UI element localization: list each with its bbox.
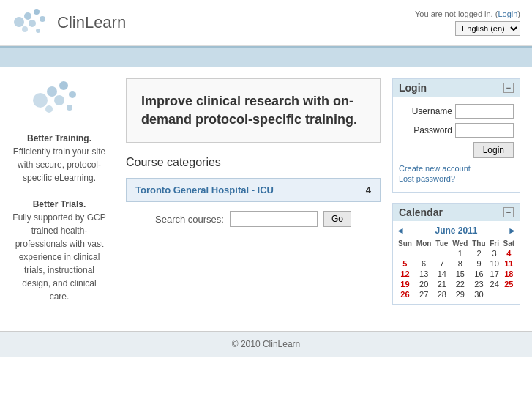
password-input[interactable] <box>455 123 514 138</box>
calendar-day: 13 <box>414 269 434 279</box>
calendar-day[interactable]: 12 <box>396 269 414 279</box>
svg-point-5 <box>22 26 28 32</box>
hero-text: Improve clinical research with on-demand… <box>141 92 365 129</box>
svg-point-1 <box>24 12 31 20</box>
calendar-day[interactable]: 19 <box>396 279 414 289</box>
calendar-day-header: Wed <box>450 239 470 248</box>
calendar-day <box>396 248 414 258</box>
calendar-day-header: Mon <box>414 239 434 248</box>
prev-month-arrow[interactable]: ◄ <box>396 225 405 236</box>
calendar-nav: ◄ June 2011 ► <box>396 225 517 236</box>
calendar-week-row: 2627282930 <box>396 289 517 299</box>
login-box: Login − Username Password Login Create n… <box>392 78 520 193</box>
calendar-day: 29 <box>450 289 470 299</box>
calendar-week-row: 1234 <box>396 248 517 258</box>
calendar-day[interactable]: 26 <box>396 289 414 299</box>
username-label: Username <box>412 106 452 116</box>
calendar-day[interactable]: 4 <box>501 248 517 258</box>
username-input[interactable] <box>455 104 514 119</box>
svg-point-7 <box>33 93 48 108</box>
logo-area: ClinLearn <box>12 6 126 40</box>
svg-point-13 <box>67 105 72 111</box>
create-account-link[interactable]: Create new account <box>399 164 514 173</box>
svg-point-4 <box>40 16 45 22</box>
calendar-day: 1 <box>450 248 470 258</box>
calendar-days-header: SunMonTueWedThuFriSat <box>396 239 517 248</box>
category-row: Toronto General Hospital - ICU 4 <box>126 178 381 202</box>
login-heading: Login <box>399 82 427 94</box>
calendar-day: 22 <box>450 279 470 289</box>
password-field-row: Password <box>399 123 514 138</box>
login-button[interactable]: Login <box>473 142 514 158</box>
search-input[interactable] <box>230 211 318 227</box>
calendar-day[interactable]: 11 <box>501 258 517 269</box>
calendar-day <box>488 289 501 299</box>
username-field-row: Username <box>399 104 514 119</box>
search-courses-label: Search courses: <box>155 214 224 225</box>
calendar-day: 17 <box>488 269 501 279</box>
tagline2-text: Fully supported by GCP trained health-pr… <box>12 212 105 302</box>
site-name: ClinLearn <box>57 13 126 32</box>
calendar-day: 3 <box>488 248 501 258</box>
search-courses: Search courses: Go <box>126 211 381 227</box>
svg-point-8 <box>47 86 57 97</box>
calendar-collapse-icon[interactable]: − <box>503 207 514 217</box>
calendar-day-header: Sat <box>501 239 517 248</box>
hero-box: Improve clinical research with on-demand… <box>126 78 381 143</box>
course-categories-heading: Course categories <box>126 156 381 169</box>
calendar-day-header: Tue <box>433 239 450 248</box>
right-column: Login − Username Password Login Create n… <box>392 78 520 305</box>
calendar-body: ◄ June 2011 ► SunMonTueWedThuFriSat 1234… <box>393 221 520 304</box>
calendar-week-row: 12131415161718 <box>396 269 517 279</box>
calendar-day: 21 <box>433 279 450 289</box>
calendar-body-rows: 1234567891011121314151617181920212223242… <box>396 248 517 299</box>
calendar-day: 24 <box>488 279 501 289</box>
svg-point-6 <box>36 29 40 33</box>
calendar-day: 15 <box>450 269 470 279</box>
main-content: Better Training. Efficiently train your … <box>0 67 532 316</box>
calendar-day: 10 <box>488 258 501 269</box>
svg-point-12 <box>45 105 53 113</box>
center-column: Improve clinical research with on-demand… <box>114 78 392 305</box>
login-box-header: Login − <box>393 79 520 97</box>
calendar-day: 6 <box>414 258 434 269</box>
tagline2-bold: Better Trials. <box>12 198 107 211</box>
calendar-day-header: Sun <box>396 239 414 248</box>
calendar-heading: Calendar <box>399 206 443 218</box>
calendar-day <box>501 289 517 299</box>
logo-icon <box>12 6 51 40</box>
svg-point-3 <box>29 20 36 27</box>
calendar-day: 8 <box>450 258 470 269</box>
navbar <box>0 46 532 67</box>
calendar-day: 28 <box>433 289 450 299</box>
calendar-month: June 2011 <box>435 225 477 236</box>
calendar-day: 23 <box>470 279 487 289</box>
language-selector[interactable]: English (en) <box>455 21 520 36</box>
calendar-day: 16 <box>470 269 487 279</box>
go-button[interactable]: Go <box>323 211 351 227</box>
next-month-arrow[interactable]: ► <box>508 225 517 236</box>
left-tagline: Better Training. Efficiently train your … <box>12 132 107 303</box>
calendar-day[interactable]: 5 <box>396 258 414 269</box>
calendar-day-header: Fri <box>488 239 501 248</box>
calendar-day: 20 <box>414 279 434 289</box>
calendar-day[interactable]: 18 <box>501 269 517 279</box>
tagline1-bold: Better Training. <box>12 132 107 145</box>
calendar-week-row: 567891011 <box>396 258 517 269</box>
svg-point-2 <box>34 9 40 15</box>
login-btn-row: Login <box>399 142 514 158</box>
left-dots-icon <box>30 78 89 122</box>
login-link[interactable]: Login <box>498 10 517 18</box>
calendar-day[interactable]: 25 <box>501 279 517 289</box>
calendar-day: 27 <box>414 289 434 299</box>
calendar-day: 2 <box>470 248 487 258</box>
calendar-table: SunMonTueWedThuFriSat 123456789101112131… <box>396 239 517 299</box>
calendar-header: Calendar − <box>393 204 520 221</box>
calendar-day: 30 <box>470 289 487 299</box>
calendar-box: Calendar − ◄ June 2011 ► SunMonTueWedThu… <box>392 203 520 305</box>
login-collapse-icon[interactable]: − <box>503 83 514 93</box>
category-link[interactable]: Toronto General Hospital - ICU <box>135 184 274 195</box>
password-label: Password <box>413 125 452 135</box>
lost-password-link[interactable]: Lost password? <box>399 174 514 183</box>
left-column: Better Training. Efficiently train your … <box>12 78 114 305</box>
